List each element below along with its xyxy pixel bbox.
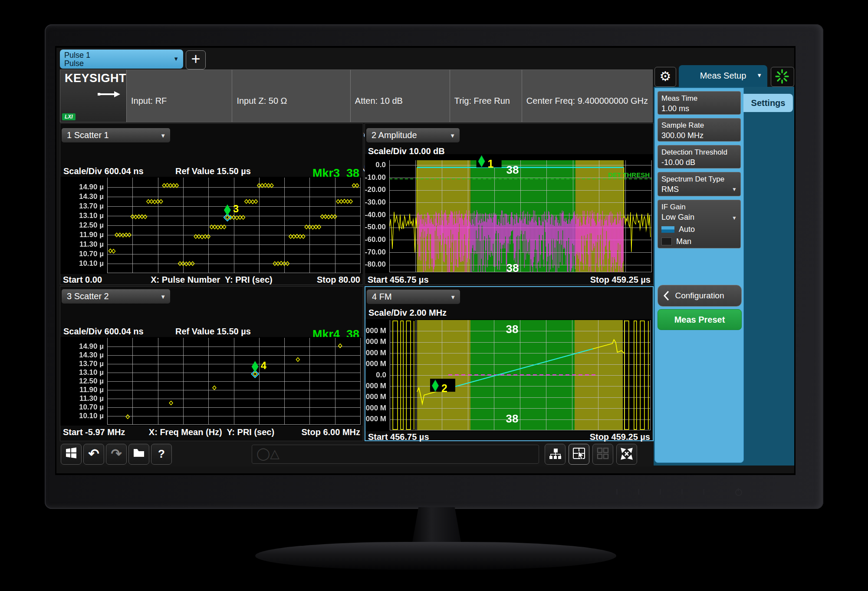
windows-start-button[interactable] <box>61 444 82 465</box>
x-stop-label: Stop 459.25 µs <box>590 275 651 285</box>
spectrum-det-type-label: Spectrum Det Type <box>661 175 737 184</box>
tab-title: Pulse 1 <box>64 51 179 59</box>
sample-rate-button[interactable]: Sample Rate 300.00 MHz <box>658 118 741 142</box>
meas-preset-button[interactable]: Meas Preset <box>658 309 742 330</box>
trig-status: Trig: Free Run <box>454 95 517 106</box>
busy-indicator-button[interactable] <box>771 67 794 87</box>
meas-setup-panel <box>654 88 744 463</box>
window-title-dropdown[interactable]: 2 Amplitude▼ <box>366 128 460 142</box>
axis-footer: Start -5.97 MHz X: Freq Mean (Hz) Y: PRI… <box>60 427 363 437</box>
window-fm[interactable]: 4 FM▼ Mkr2 457.187460 µs -3.004719 MHz S… <box>365 286 654 441</box>
ref-value-label: Ref Value 15.50 µs <box>175 166 251 176</box>
if-gain-auto-toggle[interactable]: Auto <box>661 224 737 234</box>
file-button[interactable] <box>128 444 149 465</box>
detection-threshold-label: Detection Threshold <box>661 148 737 157</box>
atten-status: Atten: 10 dB <box>355 95 445 106</box>
lxi-badge: LXI <box>62 113 76 120</box>
scale-div-label: Scale/Div 2.00 MHz <box>368 308 447 318</box>
screen-config-button[interactable] <box>545 444 566 465</box>
bottom-toolbar: ↶ ↷ ? ◯△ <box>60 442 653 466</box>
scatter2-plot[interactable] <box>60 337 363 426</box>
tab-settings[interactable]: Settings <box>743 94 793 112</box>
bezel-button-tick <box>703 489 704 495</box>
scale-div-label: Scale/Div 600.04 ns <box>63 166 144 176</box>
meas-setup-label: Meas Setup <box>700 71 746 80</box>
chevron-down-icon: ▼ <box>450 129 455 143</box>
configuration-button[interactable]: Configuration <box>658 285 742 307</box>
status-infobar: KEYSIGHT LXI Input: RF Coupling: AC Alig… <box>60 69 653 122</box>
bezel-button-tick <box>638 489 639 495</box>
window-scatter1[interactable]: 1 Scatter 1▼ Mkr3 38 X: 38.000000 Y: 12.… <box>60 123 363 285</box>
measurement-tab-pulse1[interactable]: Pulse 1 Pulse ▼ <box>60 50 183 69</box>
grid-layout-button[interactable] <box>592 444 613 465</box>
detection-threshold-value: -10.00 dB <box>661 157 737 168</box>
man-unselected-icon <box>661 238 672 245</box>
amplitude-plot[interactable] <box>365 154 653 273</box>
window-scatter2[interactable]: 3 Scatter 2▼ Mkr4 38 X: 1.024707 MHz Y: … <box>60 286 363 441</box>
scale-div-label: Scale/Div 600.04 ns <box>63 327 144 337</box>
annotation-toolbar[interactable]: ◯△ <box>252 445 539 464</box>
detection-threshold-button[interactable]: Detection Threshold -10.00 dB <box>658 145 741 168</box>
x-start-label: Start -5.97 MHz <box>63 427 125 437</box>
keysight-arrow-icon <box>98 91 120 99</box>
infobar-freq-column: Center Freq: 9.400000000 GHz <box>522 70 652 122</box>
window-amplitude[interactable]: 2 Amplitude▼ Mkr1 457.629959 µs -1.74836… <box>365 123 654 285</box>
undo-icon: ↶ <box>88 446 99 461</box>
meas-time-button[interactable]: Meas Time 1.00 ms <box>658 91 741 115</box>
add-measurement-button[interactable]: + <box>186 50 206 69</box>
fm-plot[interactable] <box>365 319 652 431</box>
if-gain-label: IF Gain <box>661 202 737 212</box>
infobar-input-column: Input: RF Coupling: AC Align: Alert <box>127 70 232 122</box>
keysight-logo: KEYSIGHT <box>60 70 126 85</box>
grid-2x2-icon <box>597 447 609 459</box>
spectrum-det-type-dropdown[interactable]: Spectrum Det Type RMS ▼ <box>658 172 741 196</box>
bezel-button-tick <box>681 489 683 495</box>
window-select-button[interactable] <box>569 444 589 465</box>
ref-value-label: Ref Value 15.50 µs <box>175 327 251 337</box>
if-gain-dropdown[interactable]: IF Gain Low Gain ▼ Auto Man <box>658 200 741 248</box>
system-settings-button[interactable]: ⚙ <box>654 67 676 87</box>
auto-selected-icon <box>661 226 674 233</box>
monitor-stand-neck <box>411 507 462 547</box>
undo-button[interactable]: ↶ <box>83 444 104 465</box>
chevron-down-icon: ▼ <box>756 65 762 86</box>
triangle-shape-icon: △ <box>270 447 279 460</box>
folder-icon <box>133 447 145 458</box>
window-title: 4 FM <box>372 292 392 301</box>
window-title-dropdown[interactable]: 3 Scatter 2▼ <box>62 289 170 304</box>
monitor-stand-base <box>255 542 616 570</box>
window-title-dropdown[interactable]: 4 FM▼ <box>367 290 460 304</box>
bezel-button-tick <box>660 489 661 495</box>
window-title: 3 Scatter 2 <box>67 291 109 301</box>
chevron-down-icon: ▼ <box>173 56 179 62</box>
if-gain-man-toggle[interactable]: Man <box>661 236 737 247</box>
chevron-down-icon: ▼ <box>450 290 456 304</box>
input-status: Input: RF <box>131 95 227 106</box>
center-freq-status: Center Freq: 9.400000000 GHz <box>526 95 648 106</box>
axis-footer: Start 0.00 X: Pulse Number Y: PRI (sec) … <box>60 275 363 285</box>
auto-label: Auto <box>679 225 695 234</box>
bezel-button-tick <box>616 489 618 495</box>
axis-footer: Start 456.75 µs Stop 459.25 µs <box>365 432 653 442</box>
brand-cell: KEYSIGHT LXI <box>60 70 127 122</box>
window-title: 1 Scatter 1 <box>67 130 109 140</box>
x-stop-label: Stop 6.00 MHz <box>301 427 360 437</box>
x-stop-label: Stop 80.00 <box>317 275 360 285</box>
window-title-dropdown[interactable]: 1 Scatter 1▼ <box>62 128 170 142</box>
power-button-icon <box>735 489 742 496</box>
man-label: Man <box>676 237 691 246</box>
redo-icon: ↷ <box>111 446 122 461</box>
scatter1-plot[interactable] <box>60 177 363 274</box>
x-start-label: Start 456.75 µs <box>368 275 429 285</box>
redo-button[interactable]: ↷ <box>106 444 127 465</box>
meas-time-value: 1.00 ms <box>661 103 737 114</box>
hand-pointer-grid-icon <box>572 447 585 460</box>
fullscreen-button[interactable] <box>616 444 637 465</box>
meas-setup-menu-tab[interactable]: Meas Setup▼ <box>679 65 767 88</box>
axis-names-label: X: Pulse Number Y: PRI (sec) <box>151 275 272 285</box>
meas-time-label: Meas Time <box>661 94 737 103</box>
if-gain-value: Low Gain <box>661 212 737 222</box>
help-icon: ? <box>158 447 165 460</box>
help-button[interactable]: ? <box>151 444 172 465</box>
configuration-label: Configuration <box>675 291 724 300</box>
